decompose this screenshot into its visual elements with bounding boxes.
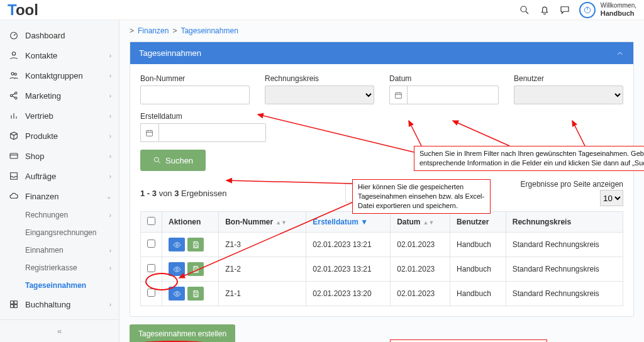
sidebar-item-kontakte[interactable]: Kontakte›: [0, 45, 119, 65]
sidebar-subitem-tageseinnahmen[interactable]: Tageseinnahmen: [25, 277, 119, 294]
app-logo: Tool: [8, 1, 38, 19]
sidebar-subitem-einnahmen[interactable]: Einnahmen›: [25, 241, 119, 259]
svg-rect-20: [14, 301, 18, 304]
user-icon: [9, 50, 19, 60]
results-count: 1 - 3 von 3 Ergebnissen: [140, 189, 226, 198]
view-button[interactable]: [169, 262, 185, 276]
per-page: Ergebnisse pro Seite anzeigen 10: [521, 180, 623, 206]
svg-point-36: [175, 268, 177, 270]
label-benutzer: Benutzer: [514, 74, 623, 83]
row-checkbox[interactable]: [147, 240, 155, 248]
svg-rect-22: [14, 305, 18, 308]
label-rechnungskreis: Rechnungskreis: [265, 74, 374, 83]
panel-header: Tageseinnahmen: [130, 42, 633, 64]
erstelldatum-input[interactable]: [158, 123, 266, 142]
svg-point-31: [154, 157, 158, 162]
svg-point-39: [175, 292, 177, 294]
svg-rect-37: [194, 266, 197, 268]
sidebar-subitem-eingangsrechnungen[interactable]: Eingangsrechnungen: [25, 224, 119, 241]
svg-rect-19: [11, 301, 14, 304]
view-button[interactable]: [169, 238, 185, 251]
svg-point-6: [11, 72, 14, 75]
svg-rect-35: [194, 245, 197, 247]
sidebar-nav: DashboardKontakte›Kontaktgruppen›Marketi…: [0, 20, 119, 319]
svg-rect-40: [194, 290, 197, 292]
bon-nummer-input[interactable]: [140, 86, 250, 104]
col-erstelldatum[interactable]: Erstelldatum ▼: [306, 212, 391, 233]
select-all-checkbox[interactable]: [147, 217, 155, 225]
export-button[interactable]: [187, 238, 204, 251]
sidebar-collapse[interactable]: «: [0, 319, 119, 342]
sidebar-item-produkte[interactable]: Produkte›: [0, 126, 119, 146]
col-bon[interactable]: Bon-Nummer▲▼: [219, 212, 306, 233]
chevron-up-icon[interactable]: [616, 49, 625, 58]
users-icon: [9, 70, 19, 80]
benutzer-select[interactable]: [514, 86, 623, 104]
svg-rect-21: [11, 305, 14, 308]
chevron-right-icon: ›: [109, 92, 111, 99]
chevron-down-icon: ⌄: [106, 193, 111, 200]
bell-icon[interactable]: [539, 4, 550, 16]
row-checkbox[interactable]: [147, 289, 155, 297]
cube-icon: [9, 131, 19, 141]
col-datum[interactable]: Datum▲▼: [391, 212, 450, 233]
datum-input[interactable]: [407, 86, 499, 104]
svg-line-12: [12, 96, 15, 98]
search-icon[interactable]: [519, 4, 530, 16]
tageseinnahmen-erstellen-button[interactable]: Tageseinnahmen erstellen: [130, 324, 235, 342]
sidebar-subitem-registrierkasse[interactable]: Registrierkasse›: [25, 259, 119, 277]
svg-rect-41: [194, 294, 197, 296]
svg-point-33: [175, 243, 177, 245]
svg-rect-27: [147, 130, 153, 136]
row-checkbox[interactable]: [147, 264, 155, 272]
comment-icon[interactable]: [559, 4, 570, 16]
chevron-right-icon: ›: [109, 133, 111, 140]
breadcrumb-tageseinnahmen[interactable]: Tageseinnahmen: [180, 26, 238, 35]
svg-point-5: [12, 52, 15, 55]
chevron-right-icon: ›: [109, 301, 111, 308]
export-button[interactable]: [187, 287, 204, 301]
col-rechnungskreis: Rechnungskreis: [506, 212, 623, 233]
per-page-select[interactable]: 10: [600, 190, 623, 206]
gauge-icon: [9, 30, 19, 40]
svg-rect-17: [10, 153, 18, 158]
calendar-icon[interactable]: [140, 123, 158, 142]
col-aktionen: Aktionen: [162, 212, 219, 233]
col-benutzer: Benutzer: [450, 212, 506, 233]
callout-export: Hier können Sie die gespeicherten Tagese…: [352, 179, 491, 214]
calendar-icon[interactable]: [389, 86, 407, 104]
svg-rect-23: [396, 92, 402, 98]
grid-icon: [9, 299, 19, 309]
sidebar-item-aufträge[interactable]: Aufträge›: [0, 166, 119, 186]
suchen-button[interactable]: Suchen: [140, 150, 206, 171]
sidebar-item-marketing[interactable]: Marketing›: [0, 86, 119, 106]
card-icon: [9, 151, 19, 161]
view-button[interactable]: [169, 287, 185, 301]
svg-point-7: [14, 73, 16, 75]
sidebar-item-finanzen[interactable]: Finanzen⌄: [0, 186, 119, 206]
export-button[interactable]: [187, 262, 204, 276]
results-table: Aktionen Bon-Nummer▲▼ Erstelldatum ▼ Dat…: [140, 211, 623, 306]
callout-filter: Suchen Sie in Ihrem Filter nach Ihren ge…: [414, 146, 644, 171]
sidebar-item-dashboard[interactable]: Dashboard: [0, 25, 119, 45]
sidebar-item-buchhaltung[interactable]: Buchhaltung›: [0, 294, 119, 314]
svg-line-32: [158, 162, 160, 163]
breadcrumb-finanzen[interactable]: Finanzen: [138, 26, 169, 35]
breadcrumb: > Finanzen > Tageseinnahmen: [130, 20, 634, 41]
welcome-label: Willkommen,: [601, 2, 636, 9]
svg-point-0: [521, 6, 526, 12]
sidebar-item-shop[interactable]: Shop›: [0, 146, 119, 166]
label-erstelldatum: Erstelldatum: [140, 112, 266, 121]
table-row: Z1-3 02.01.2023 13:21 02.01.2023 Handbuc…: [141, 233, 623, 257]
sidebar-item-vertrieb[interactable]: Vertrieb›: [0, 106, 119, 126]
bars-icon: [9, 111, 19, 121]
chevron-right-icon: ›: [109, 113, 111, 119]
welcome-name: Handbuch: [601, 9, 635, 17]
user-menu[interactable]: Willkommen, Handbuch: [579, 2, 636, 18]
panel-title: Tageseinnahmen: [139, 48, 201, 58]
sidebar-subitem-rechnungen[interactable]: Rechnungen›: [25, 206, 119, 224]
chevron-right-icon: ›: [109, 52, 111, 59]
chevron-right-icon: ›: [109, 212, 111, 219]
rechnungskreis-select[interactable]: [265, 86, 374, 104]
sidebar-item-kontaktgruppen[interactable]: Kontaktgruppen›: [0, 65, 119, 86]
